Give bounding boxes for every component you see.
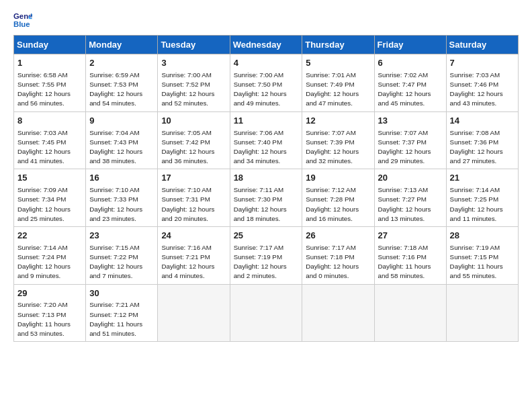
day-info: Sunrise: 7:10 AM Sunset: 7:33 PM Dayligh… xyxy=(89,185,154,224)
weekday-header-thursday: Thursday xyxy=(302,36,374,54)
day-info: Sunrise: 7:21 AM Sunset: 7:12 PM Dayligh… xyxy=(89,300,154,338)
day-number: 2 xyxy=(89,57,154,70)
day-info: Sunrise: 7:02 AM Sunset: 7:47 PM Dayligh… xyxy=(378,71,443,109)
calendar-cell: 11Sunrise: 7:06 AM Sunset: 7:40 PM Dayli… xyxy=(230,111,302,169)
day-number: 1 xyxy=(17,57,82,70)
header: General Blue xyxy=(13,11,519,30)
day-info: Sunrise: 7:10 AM Sunset: 7:31 PM Dayligh… xyxy=(161,185,226,224)
logo: General Blue xyxy=(13,11,36,30)
calendar-week-row: 22Sunrise: 7:14 AM Sunset: 7:24 PM Dayli… xyxy=(14,226,519,284)
day-number: 21 xyxy=(450,172,515,185)
calendar-body: 1Sunrise: 6:58 AM Sunset: 7:55 PM Daylig… xyxy=(14,54,519,342)
day-number: 9 xyxy=(89,115,154,128)
weekday-header-tuesday: Tuesday xyxy=(158,36,230,54)
day-number: 6 xyxy=(378,57,443,70)
calendar-week-row: 1Sunrise: 6:58 AM Sunset: 7:55 PM Daylig… xyxy=(14,54,519,112)
day-number: 25 xyxy=(234,230,299,242)
day-info: Sunrise: 7:09 AM Sunset: 7:34 PM Dayligh… xyxy=(17,185,82,224)
day-info: Sunrise: 7:00 AM Sunset: 7:50 PM Dayligh… xyxy=(234,71,299,109)
calendar-week-row: 15Sunrise: 7:09 AM Sunset: 7:34 PM Dayli… xyxy=(14,169,519,227)
calendar-cell: 4Sunrise: 7:00 AM Sunset: 7:50 PM Daylig… xyxy=(230,54,302,112)
weekday-header-saturday: Saturday xyxy=(446,36,518,54)
calendar-cell: 8Sunrise: 7:03 AM Sunset: 7:45 PM Daylig… xyxy=(14,111,86,169)
calendar-cell: 16Sunrise: 7:10 AM Sunset: 7:33 PM Dayli… xyxy=(86,169,158,227)
day-info: Sunrise: 7:05 AM Sunset: 7:42 PM Dayligh… xyxy=(161,128,226,167)
day-info: Sunrise: 7:20 AM Sunset: 7:13 PM Dayligh… xyxy=(17,300,82,338)
day-number: 17 xyxy=(161,172,226,185)
day-info: Sunrise: 7:14 AM Sunset: 7:25 PM Dayligh… xyxy=(450,185,515,224)
day-number: 26 xyxy=(306,230,370,242)
calendar-week-row: 8Sunrise: 7:03 AM Sunset: 7:45 PM Daylig… xyxy=(14,111,519,169)
calendar-cell: 21Sunrise: 7:14 AM Sunset: 7:25 PM Dayli… xyxy=(446,169,518,227)
day-info: Sunrise: 7:01 AM Sunset: 7:49 PM Dayligh… xyxy=(306,71,370,109)
day-info: Sunrise: 7:06 AM Sunset: 7:40 PM Dayligh… xyxy=(234,128,299,167)
day-number: 12 xyxy=(306,115,370,128)
logo-icon: General Blue xyxy=(13,11,32,30)
day-number: 24 xyxy=(161,230,226,242)
calendar-cell: 2Sunrise: 6:59 AM Sunset: 7:53 PM Daylig… xyxy=(86,54,158,112)
day-number: 18 xyxy=(234,172,299,185)
calendar-cell: 13Sunrise: 7:07 AM Sunset: 7:37 PM Dayli… xyxy=(374,111,446,169)
calendar-cell: 27Sunrise: 7:18 AM Sunset: 7:16 PM Dayli… xyxy=(374,226,446,284)
calendar-week-row: 29Sunrise: 7:20 AM Sunset: 7:13 PM Dayli… xyxy=(14,284,519,342)
calendar-cell xyxy=(230,284,302,342)
day-number: 5 xyxy=(306,57,370,70)
day-info: Sunrise: 7:15 AM Sunset: 7:22 PM Dayligh… xyxy=(89,243,154,281)
calendar-cell: 23Sunrise: 7:15 AM Sunset: 7:22 PM Dayli… xyxy=(86,226,158,284)
calendar-cell xyxy=(374,284,446,342)
day-number: 15 xyxy=(17,172,82,185)
day-number: 23 xyxy=(89,230,154,242)
calendar-cell: 24Sunrise: 7:16 AM Sunset: 7:21 PM Dayli… xyxy=(158,226,230,284)
calendar-cell: 9Sunrise: 7:04 AM Sunset: 7:43 PM Daylig… xyxy=(86,111,158,169)
day-info: Sunrise: 7:13 AM Sunset: 7:27 PM Dayligh… xyxy=(378,185,443,224)
calendar-cell: 3Sunrise: 7:00 AM Sunset: 7:52 PM Daylig… xyxy=(158,54,230,112)
calendar-cell: 7Sunrise: 7:03 AM Sunset: 7:46 PM Daylig… xyxy=(446,54,518,112)
day-number: 20 xyxy=(378,172,443,185)
weekday-header-sunday: Sunday xyxy=(14,36,86,54)
calendar-cell: 22Sunrise: 7:14 AM Sunset: 7:24 PM Dayli… xyxy=(14,226,86,284)
day-info: Sunrise: 7:12 AM Sunset: 7:28 PM Dayligh… xyxy=(306,185,370,224)
calendar-cell xyxy=(158,284,230,342)
day-info: Sunrise: 7:11 AM Sunset: 7:30 PM Dayligh… xyxy=(234,185,299,224)
day-info: Sunrise: 7:17 AM Sunset: 7:18 PM Dayligh… xyxy=(306,243,370,281)
calendar-cell: 12Sunrise: 7:07 AM Sunset: 7:39 PM Dayli… xyxy=(302,111,374,169)
day-number: 19 xyxy=(306,172,370,185)
calendar-cell: 29Sunrise: 7:20 AM Sunset: 7:13 PM Dayli… xyxy=(14,284,86,342)
day-number: 7 xyxy=(450,57,515,70)
calendar-cell: 25Sunrise: 7:17 AM Sunset: 7:19 PM Dayli… xyxy=(230,226,302,284)
calendar-header: SundayMondayTuesdayWednesdayThursdayFrid… xyxy=(14,36,519,54)
svg-text:Blue: Blue xyxy=(13,20,30,28)
calendar-cell: 14Sunrise: 7:08 AM Sunset: 7:36 PM Dayli… xyxy=(446,111,518,169)
calendar-cell: 28Sunrise: 7:19 AM Sunset: 7:15 PM Dayli… xyxy=(446,226,518,284)
day-info: Sunrise: 7:07 AM Sunset: 7:39 PM Dayligh… xyxy=(306,128,370,167)
day-number: 22 xyxy=(17,230,82,242)
calendar-cell: 18Sunrise: 7:11 AM Sunset: 7:30 PM Dayli… xyxy=(230,169,302,227)
day-number: 27 xyxy=(378,230,443,242)
calendar-cell: 1Sunrise: 6:58 AM Sunset: 7:55 PM Daylig… xyxy=(14,54,86,112)
day-number: 13 xyxy=(378,115,443,128)
day-info: Sunrise: 7:04 AM Sunset: 7:43 PM Dayligh… xyxy=(89,128,154,167)
day-number: 16 xyxy=(89,172,154,185)
day-number: 10 xyxy=(161,115,226,128)
day-number: 30 xyxy=(89,287,154,300)
weekday-header-monday: Monday xyxy=(86,36,158,54)
calendar-cell: 17Sunrise: 7:10 AM Sunset: 7:31 PM Dayli… xyxy=(158,169,230,227)
day-info: Sunrise: 7:14 AM Sunset: 7:24 PM Dayligh… xyxy=(17,243,82,281)
day-info: Sunrise: 7:19 AM Sunset: 7:15 PM Dayligh… xyxy=(450,243,515,281)
day-info: Sunrise: 6:58 AM Sunset: 7:55 PM Dayligh… xyxy=(17,71,82,109)
weekday-header-friday: Friday xyxy=(374,36,446,54)
weekday-header-row: SundayMondayTuesdayWednesdayThursdayFrid… xyxy=(14,36,519,54)
day-info: Sunrise: 6:59 AM Sunset: 7:53 PM Dayligh… xyxy=(89,71,154,109)
day-info: Sunrise: 7:17 AM Sunset: 7:19 PM Dayligh… xyxy=(234,243,299,281)
calendar-cell: 6Sunrise: 7:02 AM Sunset: 7:47 PM Daylig… xyxy=(374,54,446,112)
day-info: Sunrise: 7:08 AM Sunset: 7:36 PM Dayligh… xyxy=(450,128,515,167)
calendar-cell: 5Sunrise: 7:01 AM Sunset: 7:49 PM Daylig… xyxy=(302,54,374,112)
calendar-cell: 26Sunrise: 7:17 AM Sunset: 7:18 PM Dayli… xyxy=(302,226,374,284)
day-number: 28 xyxy=(450,230,515,242)
day-number: 4 xyxy=(234,57,299,70)
calendar-cell: 10Sunrise: 7:05 AM Sunset: 7:42 PM Dayli… xyxy=(158,111,230,169)
day-number: 29 xyxy=(17,287,82,300)
day-info: Sunrise: 7:16 AM Sunset: 7:21 PM Dayligh… xyxy=(161,243,226,281)
day-number: 8 xyxy=(17,115,82,128)
day-info: Sunrise: 7:18 AM Sunset: 7:16 PM Dayligh… xyxy=(378,243,443,281)
